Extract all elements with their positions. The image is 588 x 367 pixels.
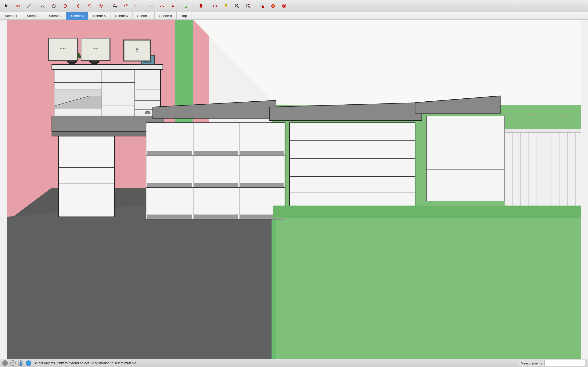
tab-scene1[interactable]: Scene 1 [0,12,22,20]
tab-scene4[interactable]: Scene 4 [66,12,88,20]
svg-line-38 [249,6,250,8]
separator-8 [255,2,255,10]
svg-point-44 [271,4,275,8]
globe-icon[interactable]: 🌐 [26,360,31,366]
materials-browser-tool[interactable] [268,1,278,11]
svg-point-5 [52,5,55,8]
svg-marker-8 [78,4,79,5]
svg-rect-21 [135,4,139,8]
axes-tool[interactable] [182,1,192,11]
tab-scene2[interactable]: Scene 2 [22,12,44,20]
svg-rect-17 [113,6,117,8]
protractor-tool[interactable] [157,1,167,11]
move-tool[interactable] [74,1,84,11]
svg-point-74 [145,111,150,114]
svg-text:A: A [171,4,174,8]
paint-tool[interactable] [196,1,206,11]
svg-rect-150 [505,129,581,133]
text-tool[interactable]: A [168,1,178,11]
scene-viewport: Frame Photo ☕ [0,20,588,359]
svg-rect-126 [194,183,238,187]
svg-rect-124 [240,151,284,155]
svg-rect-22 [136,5,138,7]
svg-rect-20 [127,4,128,5]
svg-marker-9 [78,7,79,8]
polygon-tool[interactable] [60,1,69,11]
svg-text:A1: A1 [150,6,152,7]
components-browser-tool[interactable] [257,1,267,11]
svg-rect-127 [240,183,284,187]
svg-text:☕: ☕ [134,47,140,52]
status-message: Select objects. Shift to extend select. … [34,361,516,365]
svg-rect-112 [59,136,115,217]
toolbar: A1 A [0,0,588,12]
pan-tool[interactable] [221,1,231,11]
svg-rect-129 [194,215,238,219]
tab-scene7[interactable]: Scene 7 [132,12,155,20]
eraser-tool[interactable] [13,1,23,11]
svg-line-34 [237,6,239,8]
svg-marker-11 [80,5,81,7]
scale-tool[interactable] [96,1,106,11]
svg-rect-152 [273,206,581,218]
tab-scene3[interactable]: Scene 3 [44,12,66,20]
separator-4 [144,2,144,10]
svg-rect-15 [99,6,101,8]
measurements-label: Measurements [518,360,544,366]
tab-scene5[interactable]: Scene 5 [88,12,111,20]
svg-rect-75 [52,65,163,69]
svg-marker-19 [114,4,116,5]
svg-rect-42 [260,6,262,8]
svg-marker-7 [63,4,67,8]
svg-rect-131 [289,123,415,208]
svg-rect-128 [147,215,192,219]
circle-tool[interactable] [49,1,59,11]
svg-rect-40 [260,4,262,6]
svg-rect-43 [262,6,264,8]
question-icon[interactable]: ? [10,360,16,366]
svg-rect-122 [147,151,192,155]
svg-rect-140 [505,129,581,215]
orbit-tool[interactable] [210,1,220,11]
svg-marker-10 [77,5,78,7]
svg-rect-123 [194,151,238,155]
pencil-tool[interactable] [24,1,34,11]
svg-rect-1 [17,5,19,7]
measurements-input[interactable] [544,360,586,366]
push-pull-tool[interactable] [110,1,120,11]
measurements-area: Measurements [518,360,586,366]
separator-6 [194,2,194,10]
svg-rect-117 [146,123,285,219]
scenes-bar: Scene 1 Scene 2 Scene 3 Scene 4 Scene 5 … [0,12,588,20]
svg-rect-125 [147,183,192,187]
svg-point-30 [202,7,203,8]
svg-rect-41 [262,4,264,6]
separator-2 [72,2,72,10]
person-icon[interactable]: 👤 [18,360,23,366]
arc-tool[interactable] [38,1,48,11]
svg-rect-18 [114,5,116,6]
offset-tool[interactable] [132,1,142,11]
separator-3 [108,2,108,10]
svg-point-6 [53,4,54,5]
svg-text:Photo: Photo [93,48,98,50]
tab-scene6[interactable]: Scene 6 [110,12,132,20]
zoom-extents-tool[interactable] [243,1,253,11]
info-icon[interactable]: i [2,360,8,366]
svg-rect-136 [426,116,505,201]
separator-5 [180,2,180,10]
status-bar: i ? 👤 🌐 Select objects. Shift to extend … [0,359,588,367]
styles-tool[interactable] [279,1,289,11]
tab-top[interactable]: Top [176,12,191,20]
svg-line-29 [185,6,187,8]
canvas-area[interactable]: Frame Photo ☕ [0,20,588,359]
arrow-tool[interactable] [2,1,11,11]
tape-tool[interactable]: A1 [146,1,156,11]
follow-me-tool[interactable] [121,1,131,11]
rotate-tool[interactable] [85,1,95,11]
zoom-tool[interactable] [232,1,242,11]
tab-scene8[interactable]: Scene 8 [154,12,177,20]
svg-text:Frame: Frame [60,47,66,50]
